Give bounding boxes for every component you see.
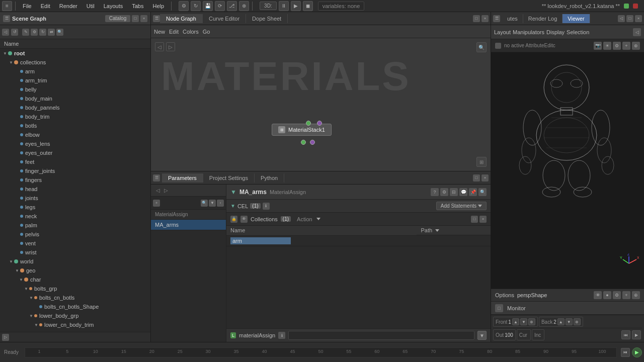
node-port-bottom1[interactable]: [301, 140, 306, 145]
tree-item-joints[interactable]: joints: [0, 194, 150, 203]
material-assign-input[interactable]: [288, 331, 474, 340]
menu-render[interactable]: Render: [55, 2, 82, 10]
edit-button[interactable]: Edit: [169, 29, 179, 35]
tree-item-pelvis[interactable]: pelvis: [0, 230, 150, 239]
col-name-header[interactable]: Name: [226, 226, 417, 235]
params-nav-left[interactable]: ◁: [154, 187, 162, 195]
viewer-expand-icon[interactable]: ◁: [618, 15, 625, 22]
tree-item-bolts-grp[interactable]: ▼ bolts_grp: [0, 284, 150, 293]
new-button[interactable]: New: [154, 29, 165, 35]
tree-item-arm[interactable]: arm: [0, 67, 150, 76]
layout-btn[interactable]: Layout: [494, 29, 511, 35]
coll-close-icon[interactable]: ×: [479, 216, 487, 223]
refresh-icon[interactable]: ↻: [191, 1, 201, 11]
add-node-btn[interactable]: +: [153, 200, 160, 207]
monitor-icon[interactable]: □: [495, 304, 503, 312]
attr-icon5[interactable]: ⊕: [632, 42, 640, 50]
attr-icon2[interactable]: ☀: [603, 42, 611, 50]
playback-play[interactable]: ▶: [632, 330, 641, 339]
tab-utes[interactable]: utes: [502, 14, 523, 23]
tree-item-lower-cn-body-trim[interactable]: ▼ lower_cn_body_trim: [0, 320, 150, 329]
tree-item-neck[interactable]: neck: [0, 212, 150, 221]
back-up-btn[interactable]: ▲: [557, 318, 565, 325]
params-node-item-ma-arms[interactable]: MA_arms: [151, 220, 226, 230]
view-icon-plus[interactable]: +: [622, 291, 630, 299]
scene-sync-icon[interactable]: ⇄: [48, 29, 55, 36]
pin-icon[interactable]: 📌: [469, 188, 477, 196]
tab-render-log[interactable]: Render Log: [523, 14, 563, 23]
node-search-icon[interactable]: 🔍: [478, 188, 487, 196]
tree-item-lower-body-grp[interactable]: ▼ lower_body_grp: [0, 311, 150, 320]
tree-item-eyes-lens[interactable]: eyes_lens: [0, 139, 150, 148]
add-statements-btn[interactable]: Add Statements: [436, 202, 487, 210]
tree-item-char[interactable]: ▼ char: [0, 275, 150, 284]
tree-item-body-main[interactable]: body_main: [0, 94, 150, 103]
node-settings-icon[interactable]: ⚙: [440, 188, 448, 196]
panel-float-icon[interactable]: □: [132, 15, 139, 22]
panel-menu-icon[interactable]: ☰: [3, 15, 10, 22]
stop-icon[interactable]: ◼: [303, 1, 313, 11]
front-up-btn[interactable]: ▲: [512, 318, 519, 325]
back-link-btn[interactable]: ⊕: [574, 318, 581, 325]
tree-item-fingers[interactable]: fingers: [0, 175, 150, 185]
tree-item-palm[interactable]: palm: [0, 221, 150, 230]
view-icon-expand[interactable]: ⊕: [632, 291, 640, 299]
tree-item-belly[interactable]: belly: [0, 85, 150, 94]
node-port-top[interactable]: [306, 121, 311, 126]
tab-python[interactable]: Python: [255, 173, 284, 183]
params-panel-menu[interactable]: ☰: [153, 174, 160, 182]
tree-item-botls[interactable]: botls: [0, 121, 150, 130]
tree-item-feet[interactable]: feet: [0, 157, 150, 166]
tree-item-body-trim[interactable]: body_trim: [0, 112, 150, 121]
scene-search-icon[interactable]: 🔍: [56, 29, 63, 36]
params-more-icon[interactable]: ›: [217, 200, 224, 207]
col-path-header[interactable]: Path: [417, 226, 491, 235]
bookmark-icon[interactable]: ⊟: [450, 188, 458, 196]
viewer-toolbar-icon1[interactable]: ◁: [633, 28, 641, 36]
menu-help[interactable]: Help: [148, 2, 168, 10]
menu-util[interactable]: Util: [83, 2, 99, 10]
catalog-tab[interactable]: Catalog: [105, 15, 130, 22]
timeline-track[interactable]: 1 5 10 15 20 25 30 35 40 45 50 55 60 65 …: [25, 347, 617, 357]
file-icon[interactable]: ≡: [2, 1, 12, 11]
params-float-icon[interactable]: □: [473, 174, 480, 182]
3d-toggle[interactable]: 3D:: [260, 2, 277, 10]
tree-item-wrist[interactable]: wrist: [0, 248, 150, 257]
expand-arrow[interactable]: ▼: [230, 189, 236, 196]
comment-icon[interactable]: 💬: [459, 188, 467, 196]
options-btn[interactable]: Options: [495, 292, 514, 298]
scene-edit-icon[interactable]: ✎: [22, 29, 29, 36]
eye-icon[interactable]: 👁: [240, 216, 248, 223]
connect-icon[interactable]: ⊕: [239, 1, 249, 11]
table-container[interactable]: Name Path: [226, 226, 491, 328]
selection-btn[interactable]: Selection: [567, 29, 589, 35]
material-stack-node[interactable]: ⊞ MaterialStack1: [272, 124, 332, 136]
node-port-bottom2[interactable]: [310, 140, 315, 145]
tree-item-root[interactable]: ▼ root: [0, 49, 150, 58]
viewer-close-icon[interactable]: ×: [635, 15, 642, 22]
viewer-canvas[interactable]: X Y Z: [491, 52, 644, 289]
attr-icon3[interactable]: ⚙: [613, 42, 621, 50]
viewer-float-icon[interactable]: □: [626, 15, 633, 22]
cel-info-icon[interactable]: ℹ: [263, 203, 270, 210]
settings-icon[interactable]: ⚙: [179, 1, 189, 11]
pause-icon[interactable]: ⏸: [279, 1, 289, 11]
params-nav-right[interactable]: ▷: [162, 187, 170, 195]
tree-item-eyes-outer[interactable]: eyes_outer: [0, 148, 150, 157]
canvas-forward-btn[interactable]: ▷: [166, 42, 175, 51]
lock-icon[interactable]: 🔒: [230, 216, 237, 223]
material-info-icon[interactable]: ℹ: [278, 332, 285, 339]
play-icon[interactable]: ▶: [291, 1, 301, 11]
menu-edit[interactable]: Edit: [37, 2, 54, 10]
node-panel-menu[interactable]: ☰: [153, 15, 160, 22]
tree-item-collections[interactable]: ▼ collections: [0, 58, 150, 67]
node-canvas[interactable]: MATERIALS ◁ ▷ 🔍 ⊞ MaterialStack1 ⊞: [151, 38, 491, 171]
reload-icon[interactable]: ⟳: [215, 1, 225, 11]
scene-tree[interactable]: ▼ root ▼ collections arm arm_trim: [0, 49, 150, 332]
view-icon-gear[interactable]: ⚙: [613, 291, 621, 299]
scene-backward-icon[interactable]: ◁: [2, 29, 9, 36]
tab-close-icon[interactable]: ×: [481, 15, 489, 22]
playback-skip-start[interactable]: ⏮: [621, 330, 630, 339]
cel-expand-icon[interactable]: ▼: [230, 203, 235, 209]
display-btn[interactable]: Display: [546, 29, 565, 35]
